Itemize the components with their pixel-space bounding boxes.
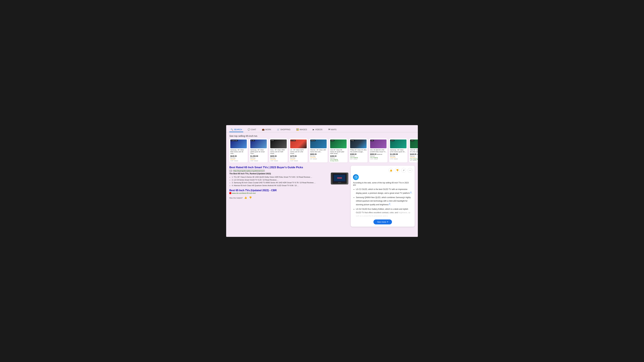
shipping-info: Free shipping bbox=[410, 158, 418, 160]
article-body: The Best 65 Inch TVs, Ranked (Updated 20… bbox=[229, 173, 348, 187]
product-card[interactable]: VIZIO Vizio 65" Class V-Series 4K UHD LE… bbox=[409, 139, 418, 162]
see-more-button[interactable]: See more ▾ bbox=[374, 219, 392, 224]
images-icon: 🖼️ bbox=[296, 128, 299, 131]
product-price: $498.00 bbox=[330, 155, 346, 157]
product-card[interactable]: Crystal UHD Samsung - 65" Class 8000 Ser… bbox=[229, 139, 248, 162]
article-thumbnail bbox=[331, 173, 348, 185]
list-item: 1. TCL 65" Class 6-Series 4K UHD QLED Do… bbox=[232, 176, 329, 179]
product-price: $479.99 bbox=[290, 155, 307, 157]
list-item: 3. Samsung 65-Inch Class Crystal UHD TU-… bbox=[232, 181, 329, 184]
thumbs-up-ai-button[interactable]: 👍 bbox=[388, 168, 393, 173]
product-image: QLED bbox=[390, 139, 406, 148]
tab-videos-label: VIDEOS bbox=[315, 128, 322, 131]
product-stars: ★★★★☆ bbox=[290, 159, 307, 160]
product-image: VIZIO bbox=[410, 139, 418, 148]
product-price: $1,099.99 bbox=[250, 155, 267, 157]
product-image: Crystal UHD bbox=[230, 139, 247, 148]
product-card[interactable]: Philips Philips 65" Class 4K Ultra HD (2… bbox=[349, 139, 368, 162]
product-price: $448.00 bbox=[410, 153, 416, 155]
thumbs-down-ai-button[interactable]: 👎 bbox=[395, 168, 400, 173]
product-views: 2.7K+ viewed bbox=[390, 158, 406, 160]
original-price: $568.00 bbox=[377, 154, 382, 155]
product-views: 3.1K+ viewed bbox=[290, 160, 307, 162]
product-name: Samsung - 65" Class Q80B QLED 4K Smart T… bbox=[250, 149, 267, 155]
brand-badge: LG UHD bbox=[290, 140, 296, 141]
chevron-down-icon: ▾ bbox=[387, 221, 388, 223]
product-card[interactable]: QL SD Samsung - 65" Class Q80B QLED 4K S… bbox=[249, 139, 268, 162]
product-store: Best Buy bbox=[250, 157, 267, 159]
tab-work[interactable]: 💼 WORK bbox=[261, 127, 272, 132]
maps-icon: 🗺 bbox=[328, 128, 330, 131]
article-title[interactable]: Best Rated 65 Inch Smart TVs | 2023 Buye… bbox=[229, 166, 348, 169]
product-stars: ★★★★★ bbox=[270, 159, 287, 160]
brand-badge: VIZIO bbox=[410, 140, 414, 141]
tab-shopping[interactable]: 🛒 SHOPPING bbox=[276, 127, 292, 132]
product-store: Walmart bbox=[410, 155, 418, 157]
product-views: 2.1K+ viewed bbox=[370, 158, 386, 160]
tab-search[interactable]: 🔍 SEARCH bbox=[229, 127, 243, 132]
svg-point-7 bbox=[356, 177, 356, 177]
product-name: Samsung - 65" Class 8000 Series LED 4K U… bbox=[230, 149, 247, 155]
product-card[interactable]: VIZIO Vizio 65" Class M6 Series 4K QLED … bbox=[329, 139, 348, 162]
left-column: Best Rated 65 Inch Smart TVs | 2023 Buye… bbox=[229, 166, 348, 227]
products-carousel[interactable]: Crystal UHD Samsung - 65" Class 8000 Ser… bbox=[226, 139, 418, 164]
share-ai-button[interactable]: ↗ bbox=[401, 168, 406, 173]
product-card[interactable]: ONN Onn. 65 Qled 4K UHD (2160P) Roku Sma… bbox=[369, 139, 388, 162]
product-card[interactable]: SONY Sony - 65" Class X80K Series LED 4K… bbox=[269, 139, 288, 162]
product-name: Hisense - 65" Class U8H Series Mini LED.… bbox=[310, 149, 327, 153]
tab-images-label: IMAGES bbox=[300, 128, 307, 131]
tab-videos[interactable]: ▶ VIDEOS bbox=[312, 127, 324, 132]
cbr-result: Best 65 Inch TVs (Updated 2022) - CBR ww… bbox=[229, 189, 348, 194]
thumbs-up-button[interactable]: 👍 bbox=[244, 196, 248, 200]
cbr-url: www.cbr.com/best-65-inch-tvs/ bbox=[229, 192, 348, 194]
original-price: $528.00 bbox=[417, 154, 418, 155]
article-ad: Ad https://buyersguide.org/top-10-guide/… bbox=[229, 170, 348, 172]
product-name: Vizio 65" Class V-Series 4K UHD LED Smar… bbox=[410, 149, 418, 153]
tab-maps[interactable]: 🗺 MAPS bbox=[327, 127, 338, 132]
tab-chat[interactable]: 💬 CHAT bbox=[246, 127, 258, 132]
product-card[interactable]: LG UHD LG - 65" Class UQ75 Series LED 4K… bbox=[289, 139, 308, 162]
shipping-info: Free shipping30-day returns bbox=[330, 159, 346, 162]
product-name: Onn. 65 Qled 4K UHD (2160P) Roku Smart T… bbox=[370, 149, 386, 153]
videos-icon: ▶ bbox=[313, 128, 314, 131]
product-image: QL SD bbox=[250, 139, 267, 148]
main-content: Best Rated 65 Inch Smart TVs | 2023 Buye… bbox=[226, 164, 418, 228]
ai-list-item: Samsung QN90A Neo QLED, which combines S… bbox=[356, 196, 412, 207]
ai-citation[interactable]: 1 bbox=[410, 191, 412, 194]
cbr-title[interactable]: Best 65 Inch TVs (Updated 2022) - CBR bbox=[229, 189, 348, 192]
tab-images[interactable]: 🖼️ IMAGES bbox=[295, 127, 308, 132]
work-icon: 💼 bbox=[262, 128, 264, 131]
article-result: Best Rated 65 Inch Smart TVs | 2023 Buye… bbox=[229, 166, 348, 187]
product-card[interactable]: Hisense Hisense - 65" Class U8H Series M… bbox=[309, 139, 328, 162]
more-options-button[interactable]: ⋯ bbox=[408, 168, 412, 173]
product-price: $398.00 bbox=[350, 153, 366, 155]
product-name: Sony - 65" Class X80K Series LED 4K HDR … bbox=[270, 149, 287, 155]
product-image: Philips bbox=[350, 139, 366, 148]
ai-panel-column: 👍 👎 ↗ ⋯ According to the web, some of th… bbox=[351, 166, 415, 227]
product-image: Hisense bbox=[310, 139, 327, 148]
ai-citation[interactable]: 1 bbox=[389, 203, 390, 205]
article-list: 1. TCL 65" Class 6-Series 4K UHD QLED Do… bbox=[229, 176, 329, 187]
product-views: 1.5K+ viewed bbox=[270, 160, 287, 162]
product-price: $1,099.99 bbox=[390, 153, 406, 155]
bing-ai-logo bbox=[353, 174, 359, 180]
brand-badge: SONY bbox=[270, 140, 275, 141]
article-url[interactable]: https://buyersguide.org/top-10-guide/sma… bbox=[233, 170, 265, 172]
helpful-label: Was this helpful? bbox=[229, 197, 242, 199]
product-views: 2.5K+ viewed bbox=[250, 160, 267, 162]
product-stars: ★★★★☆ bbox=[230, 159, 247, 160]
cbr-favicon bbox=[229, 192, 231, 194]
product-views: 3.3K+ viewed bbox=[230, 160, 247, 162]
nav-tabs: 🔍 SEARCH 💬 CHAT 💼 WORK 🛒 SHOPPING 🖼️ IMA… bbox=[226, 127, 418, 132]
shopping-icon: 🛒 bbox=[277, 128, 280, 131]
product-views: 1K+ viewed bbox=[310, 158, 327, 160]
svg-rect-4 bbox=[337, 177, 342, 179]
product-name: Philips 65" Class 4K Ultra HD (2160P) Go… bbox=[350, 149, 366, 153]
thumbs-down-button[interactable]: 👎 bbox=[249, 196, 252, 200]
product-image: SONY bbox=[270, 139, 287, 148]
list-item: 2. LG C9 Series Smart OLED TV 9.20 / 10 … bbox=[232, 179, 329, 181]
ad-badge: Ad bbox=[229, 170, 232, 172]
product-card[interactable]: QLED Samsung - 65" Class Q70A Series QLE… bbox=[389, 139, 408, 162]
product-store: Best Buy bbox=[390, 155, 406, 157]
product-store: Walmart bbox=[330, 157, 346, 159]
